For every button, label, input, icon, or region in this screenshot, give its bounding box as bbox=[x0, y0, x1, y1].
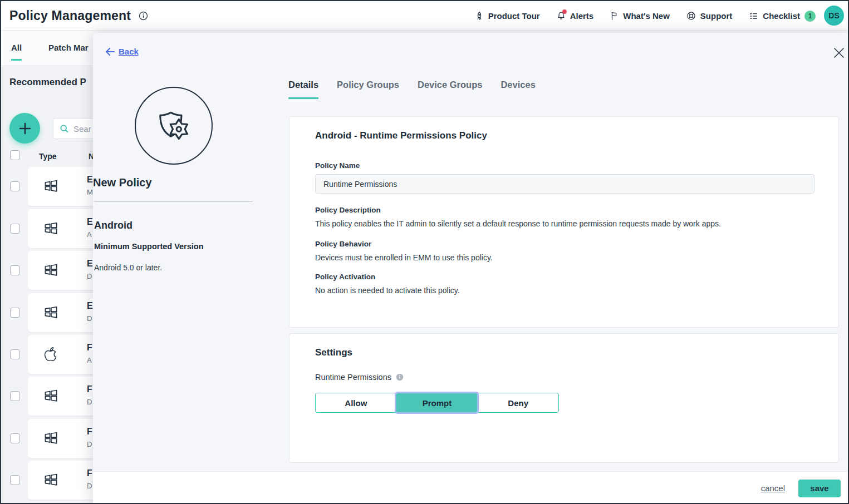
policy-subtext: D bbox=[87, 272, 92, 280]
min-version-label: Minimum Supported Version bbox=[94, 242, 204, 251]
policy-name: E bbox=[87, 259, 93, 269]
info-icon[interactable] bbox=[396, 373, 404, 381]
back-button[interactable]: Back bbox=[105, 47, 139, 56]
tab-details[interactable]: Details bbox=[288, 80, 318, 99]
windows-icon bbox=[43, 179, 58, 194]
checklist-badge: 1 bbox=[804, 11, 816, 22]
row-checkbox[interactable] bbox=[10, 349, 20, 359]
row-checkbox[interactable] bbox=[10, 224, 20, 234]
policy-behavior-label: Policy Behavior bbox=[315, 240, 371, 248]
policy-activation-label: Policy Activation bbox=[315, 273, 375, 281]
app-screen: Policy Management Product Tour Alerts bbox=[0, 0, 849, 504]
setting-label: Runtime Permissions bbox=[315, 373, 391, 382]
runtime-permissions-segmented-control: Allow Prompt Deny bbox=[315, 393, 559, 413]
policy-behavior-text: Devices must be enrolled in EMM to use t… bbox=[315, 253, 493, 262]
policy-name-input[interactable] bbox=[315, 174, 814, 194]
row-checkbox[interactable] bbox=[10, 475, 20, 485]
policy-subtext: D bbox=[87, 398, 92, 406]
nav-whats-new[interactable]: What's New bbox=[610, 11, 670, 21]
search-icon bbox=[60, 124, 69, 134]
column-type: Type bbox=[39, 152, 57, 161]
nav-label: Support bbox=[700, 11, 733, 21]
policy-subtext: M bbox=[87, 188, 93, 196]
policy-name-label: Policy Name bbox=[315, 161, 360, 170]
recommended-policies-heading: Recommended P bbox=[9, 77, 86, 88]
nav-label: Product Tour bbox=[488, 11, 540, 21]
platform-name: Android bbox=[94, 220, 132, 231]
top-header: Policy Management Product Tour Alerts bbox=[1, 1, 848, 31]
select-all-checkbox[interactable] bbox=[10, 150, 20, 160]
policy-subtext: A bbox=[87, 230, 92, 239]
nav-alerts[interactable]: Alerts bbox=[557, 11, 594, 21]
runtime-permissions-setting: Runtime Permissions bbox=[315, 373, 404, 382]
flag-icon bbox=[610, 11, 619, 21]
policy-name: F bbox=[87, 427, 92, 437]
alert-dot bbox=[562, 9, 567, 14]
details-card: Android - Runtime Permissions Policy Pol… bbox=[289, 116, 839, 328]
settings-card: Settings Runtime Permissions Allow Promp… bbox=[289, 333, 839, 463]
top-nav: Product Tour Alerts What's New Suppo bbox=[475, 1, 816, 31]
policy-subtext: D bbox=[87, 440, 92, 448]
modal-tab-bar: Details Policy Groups Device Groups Devi… bbox=[288, 80, 536, 99]
row-checkbox[interactable] bbox=[10, 308, 20, 318]
deny-option[interactable]: Deny bbox=[477, 393, 558, 412]
row-checkbox[interactable] bbox=[10, 433, 20, 443]
tab-patch-management[interactable]: Patch Mar bbox=[48, 43, 89, 52]
tab-all[interactable]: All bbox=[11, 43, 22, 61]
tab-devices[interactable]: Devices bbox=[500, 80, 535, 99]
page-title: Policy Management bbox=[9, 8, 131, 23]
apple-icon bbox=[43, 347, 57, 362]
cancel-button[interactable]: cancel bbox=[761, 483, 785, 493]
policy-name: F bbox=[87, 468, 92, 478]
windows-icon bbox=[43, 431, 58, 446]
policy-name: E bbox=[87, 301, 93, 311]
row-checkbox[interactable] bbox=[10, 181, 20, 191]
policy-subtext: A bbox=[87, 356, 92, 364]
details-card-title: Android - Runtime Permissions Policy bbox=[315, 130, 487, 141]
policy-type-icon-circle bbox=[135, 87, 213, 165]
nav-support[interactable]: Support bbox=[686, 11, 733, 21]
nav-product-tour[interactable]: Product Tour bbox=[475, 11, 540, 21]
windows-icon bbox=[43, 263, 58, 278]
policy-name: F bbox=[87, 384, 92, 394]
avatar[interactable]: DS bbox=[824, 6, 844, 26]
bell-icon bbox=[557, 11, 566, 21]
windows-icon bbox=[43, 221, 58, 236]
min-version-value: Android 5.0 or later. bbox=[94, 263, 162, 272]
policy-activation-text: No action is needed to activate this pol… bbox=[315, 286, 460, 295]
new-policy-modal: Back New Policy Android Minimum Supporte… bbox=[93, 33, 849, 504]
back-label: Back bbox=[119, 47, 139, 56]
save-button[interactable]: save bbox=[798, 480, 841, 497]
nav-label: Checklist bbox=[763, 11, 800, 21]
policy-subtext: D bbox=[87, 314, 92, 323]
row-checkbox[interactable] bbox=[10, 265, 20, 275]
settings-card-title: Settings bbox=[315, 347, 352, 358]
close-icon[interactable] bbox=[832, 46, 846, 60]
policy-subtext: D bbox=[87, 482, 92, 490]
tab-device-groups[interactable]: Device Groups bbox=[418, 80, 482, 99]
nav-checklist[interactable]: Checklist 1 bbox=[749, 11, 816, 22]
prompt-option[interactable]: Prompt bbox=[396, 393, 478, 412]
arrow-left-icon bbox=[105, 48, 115, 56]
rocket-icon bbox=[475, 11, 484, 21]
add-policy-button[interactable] bbox=[9, 113, 40, 144]
info-icon[interactable] bbox=[139, 11, 148, 21]
policy-description-text: This policy enables the IT admin to sile… bbox=[315, 219, 721, 228]
nav-label: Alerts bbox=[570, 11, 594, 21]
lifebuoy-icon bbox=[686, 11, 696, 21]
windows-icon bbox=[43, 472, 58, 487]
checklist-icon bbox=[749, 11, 758, 21]
new-policy-title: New Policy bbox=[93, 176, 254, 189]
divider bbox=[94, 201, 253, 202]
shield-gear-icon bbox=[153, 107, 194, 144]
allow-option[interactable]: Allow bbox=[316, 393, 396, 412]
policy-name: E bbox=[87, 217, 93, 227]
modal-footer: cancel save bbox=[93, 471, 849, 504]
policy-description-label: Policy Description bbox=[315, 206, 381, 214]
policy-name: E bbox=[87, 175, 93, 185]
nav-label: What's New bbox=[623, 11, 670, 21]
tab-policy-groups[interactable]: Policy Groups bbox=[337, 80, 399, 99]
windows-icon bbox=[43, 305, 58, 320]
row-checkbox[interactable] bbox=[10, 391, 20, 401]
windows-icon bbox=[43, 388, 58, 403]
